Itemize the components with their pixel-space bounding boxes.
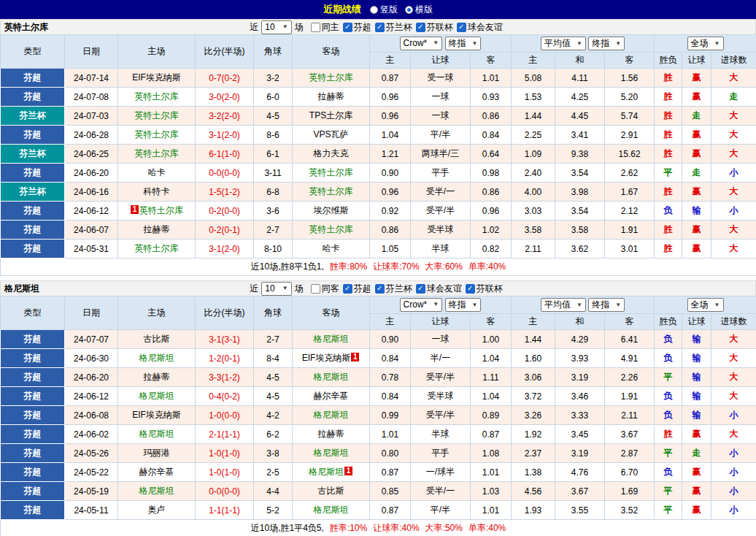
league-type-cell: 芬超 bbox=[1, 164, 65, 183]
team-name: 格尼斯坦 bbox=[139, 353, 174, 363]
odds-handicap-cell: 平手 bbox=[411, 164, 471, 183]
checkbox-icon[interactable]: ✓ bbox=[466, 284, 475, 294]
odds-home-cell: 0.84 bbox=[370, 387, 411, 406]
away-team-cell: 格尼斯坦1 bbox=[293, 463, 370, 482]
team-name: 格尼斯坦 bbox=[314, 372, 349, 382]
checkbox-icon[interactable]: ✓ bbox=[457, 23, 466, 32]
match-count-select[interactable]: 10▼ bbox=[261, 282, 291, 296]
team-name: 赫尔辛基 bbox=[314, 391, 349, 401]
score-cell: 3-1(2-0) bbox=[196, 126, 254, 145]
away-team-cell: TPS土尔库 bbox=[293, 107, 370, 126]
league-type-cell: 芬超 bbox=[1, 88, 65, 107]
filter-checkbox[interactable]: 同客 bbox=[311, 283, 339, 295]
team-name: 格尼斯坦 bbox=[314, 334, 349, 344]
odds-home-cell: 0.87 bbox=[370, 501, 411, 520]
summary-cell: 近10场,胜1平4负5,胜率:10%让球率:40%大率:50%单率:40% bbox=[1, 520, 756, 536]
filter-checkboxes: 同主✓芬超✓芬兰杯✓芬联杯✓球会友谊 bbox=[311, 21, 506, 34]
goals-result-cell: 大 bbox=[711, 330, 756, 349]
goals-result-cell: 小 bbox=[711, 202, 756, 221]
avg-away-cell: 1.69 bbox=[605, 482, 655, 501]
avg-source-select[interactable]: 平均值▼ bbox=[541, 37, 586, 50]
match-date-cell: 24-06-08 bbox=[65, 406, 118, 425]
chevron-down-icon: ▼ bbox=[282, 24, 288, 30]
chevron-down-icon: ▼ bbox=[433, 302, 439, 307]
period-select[interactable]: 全场▼ bbox=[687, 37, 724, 50]
goals-result-cell: 小 bbox=[711, 463, 756, 482]
odds-home-cell: 0.87 bbox=[370, 463, 411, 482]
home-team-cell: 哈卡 bbox=[118, 164, 196, 183]
checkbox-icon[interactable]: ✓ bbox=[416, 284, 425, 294]
avg-home-cell: 2.11 bbox=[512, 240, 555, 259]
team-name: 英特土尔库 bbox=[309, 224, 353, 234]
odds-company-select[interactable]: Crow*▼ bbox=[400, 37, 443, 50]
handicap-result-cell: 输 bbox=[682, 406, 711, 425]
checkbox-icon[interactable] bbox=[311, 23, 320, 32]
score-cell: 1-1(1-1) bbox=[196, 501, 254, 520]
odds-handicap-cell: 平手 bbox=[411, 444, 471, 463]
avg-draw-cell: 4.45 bbox=[555, 107, 605, 126]
filter-checkbox[interactable]: ✓芬联杯 bbox=[466, 283, 503, 295]
home-team-cell: 英特土尔库 bbox=[118, 107, 196, 126]
odds-stage-select[interactable]: 终指▼ bbox=[445, 298, 482, 312]
home-team-cell: 科特卡 bbox=[118, 183, 196, 202]
match-row: 芬兰杯24-06-16科特卡1-5(1-2)6-8英特土尔库0.96受半/一0.… bbox=[1, 183, 756, 202]
near-label: 近 bbox=[250, 21, 258, 34]
filter-checkbox[interactable]: 同主 bbox=[311, 21, 339, 34]
away-team-cell: 格尼斯坦 bbox=[293, 406, 370, 425]
radio-icon[interactable] bbox=[370, 6, 378, 14]
checkbox-icon[interactable]: ✓ bbox=[416, 23, 425, 32]
avg-draw-cell: 4.11 bbox=[555, 69, 605, 88]
avg-home-cell: 1.44 bbox=[512, 107, 555, 126]
match-row: 芬超24-05-22赫尔辛基1-0(1-0)2-5格尼斯坦10.87一/球半1.… bbox=[1, 463, 756, 482]
avg-draw-cell: 4.76 bbox=[555, 463, 605, 482]
match-date-cell: 24-05-11 bbox=[65, 501, 118, 520]
goals-result-cell: 小 bbox=[711, 406, 756, 425]
result-cell: 平 bbox=[655, 501, 682, 520]
odds-company-select[interactable]: Crow*▼ bbox=[400, 298, 443, 312]
odds-stage-select[interactable]: 终指▼ bbox=[445, 37, 482, 50]
radio-icon[interactable] bbox=[405, 6, 413, 14]
checkbox-icon[interactable] bbox=[311, 284, 320, 294]
team-name: EIF埃克纳斯 bbox=[302, 353, 351, 363]
avg-away-cell: 5.20 bbox=[605, 88, 655, 107]
filter-checkbox[interactable]: ✓芬兰杯 bbox=[375, 283, 412, 295]
filter-checkbox[interactable]: ✓球会友谊 bbox=[457, 21, 503, 34]
col-result: 胜负 bbox=[655, 314, 682, 330]
summary-stat: 让球率:40% bbox=[373, 523, 419, 533]
col-handicap-result: 让球 bbox=[682, 53, 711, 69]
score-cell: 3-1(2-0) bbox=[196, 240, 254, 259]
filter-checkbox[interactable]: ✓芬超 bbox=[343, 21, 371, 34]
handicap-result-cell: 赢 bbox=[682, 240, 711, 259]
period-select[interactable]: 全场▼ bbox=[687, 298, 724, 312]
handicap-result-cell: 输 bbox=[682, 349, 711, 368]
checkbox-icon[interactable]: ✓ bbox=[343, 23, 352, 32]
score-cell: 1-5(1-2) bbox=[196, 183, 254, 202]
layout-radio-option[interactable]: 竖版 bbox=[370, 4, 398, 16]
avg-away-cell: 3.67 bbox=[605, 425, 655, 444]
filter-checkbox[interactable]: ✓芬超 bbox=[343, 283, 371, 295]
checkbox-icon[interactable]: ✓ bbox=[375, 23, 385, 32]
summary-cell: 近10场,胜8平1负1,胜率:80%让球率:70%大率:60%单率:40% bbox=[1, 259, 756, 276]
home-team-cell: 英特土尔库 bbox=[118, 88, 196, 107]
filter-checkbox[interactable]: ✓芬兰杯 bbox=[375, 21, 412, 34]
layout-radio-selected[interactable]: 横版 bbox=[405, 4, 433, 16]
checkbox-icon[interactable]: ✓ bbox=[343, 284, 352, 294]
filter-checkbox[interactable]: ✓芬联杯 bbox=[416, 21, 453, 34]
away-team-cell: 拉赫蒂 bbox=[293, 88, 370, 107]
team-name: 英特土尔库 bbox=[135, 243, 179, 253]
handicap-result-cell: 走 bbox=[682, 164, 711, 183]
odds-select-cell: Crow*▼ 终指▼ bbox=[370, 296, 512, 314]
avg-source-select[interactable]: 平均值▼ bbox=[541, 298, 586, 312]
match-count-select[interactable]: 10▼ bbox=[261, 20, 291, 34]
odds-away-cell: 1.01 bbox=[471, 501, 512, 520]
goals-result-cell: 小 bbox=[711, 482, 756, 501]
avg-stage-select[interactable]: 终指▼ bbox=[588, 37, 625, 50]
avg-stage-select[interactable]: 终指▼ bbox=[588, 298, 625, 312]
filter-checkbox[interactable]: ✓球会友谊 bbox=[416, 283, 462, 295]
team-name: 英特土尔库 bbox=[135, 110, 179, 120]
col-date: 日期 bbox=[65, 296, 118, 330]
result-cell: 胜 bbox=[655, 126, 682, 145]
odds-handicap-cell: 平/半 bbox=[411, 126, 471, 145]
odds-away-cell: 1.00 bbox=[471, 330, 512, 349]
checkbox-icon[interactable]: ✓ bbox=[375, 284, 385, 294]
